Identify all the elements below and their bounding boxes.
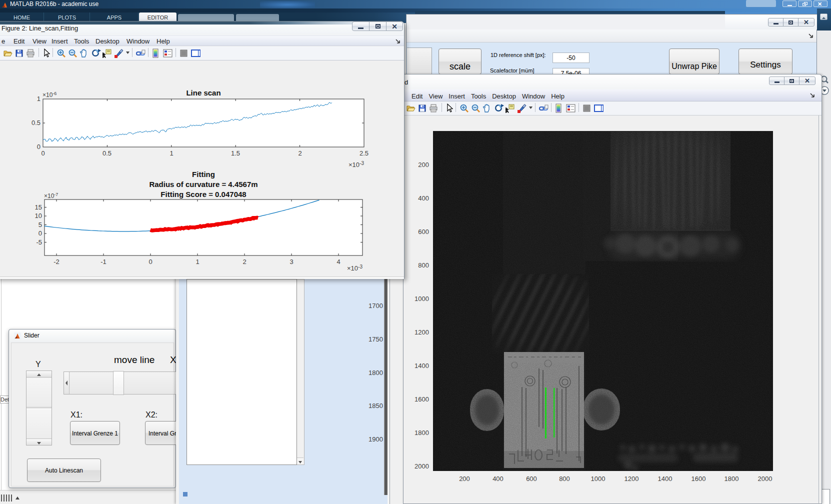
svg-text:-5: -5 xyxy=(36,238,42,246)
svg-text:×10-7: ×10-7 xyxy=(44,192,58,200)
svg-text:10: 10 xyxy=(35,212,42,220)
svg-text:0: 0 xyxy=(148,258,152,266)
svg-text:1: 1 xyxy=(170,150,173,157)
svg-text:Radius of curvature = 4.4567m: Radius of curvature = 4.4567m xyxy=(149,180,258,188)
svg-text:-1: -1 xyxy=(100,258,106,266)
svg-text:15: 15 xyxy=(35,204,42,211)
svg-text:1: 1 xyxy=(196,258,199,266)
svg-text:1.5: 1.5 xyxy=(231,150,240,157)
svg-text:0.5: 0.5 xyxy=(102,150,112,157)
svg-text:×10-3: ×10-3 xyxy=(347,264,362,272)
svg-text:2: 2 xyxy=(242,258,246,266)
svg-text:×10-6: ×10-6 xyxy=(42,91,56,98)
svg-text:3: 3 xyxy=(290,258,293,266)
svg-text:0: 0 xyxy=(37,143,40,150)
svg-text:2.5: 2.5 xyxy=(360,150,368,157)
svg-text:0: 0 xyxy=(38,230,42,237)
svg-text:Fitting: Fitting xyxy=(192,170,215,178)
svg-text:Line scan: Line scan xyxy=(186,88,220,97)
svg-text:0.5: 0.5 xyxy=(32,119,40,126)
svg-text:2: 2 xyxy=(298,150,302,157)
svg-text:4: 4 xyxy=(336,258,340,266)
svg-text:1: 1 xyxy=(37,95,40,102)
svg-text:Fitting Score = 0.047048: Fitting Score = 0.047048 xyxy=(160,190,246,198)
svg-text:×10-3: ×10-3 xyxy=(348,160,364,168)
svg-text:-2: -2 xyxy=(54,258,60,266)
svg-text:0: 0 xyxy=(41,150,44,157)
svg-text:5: 5 xyxy=(38,221,42,228)
